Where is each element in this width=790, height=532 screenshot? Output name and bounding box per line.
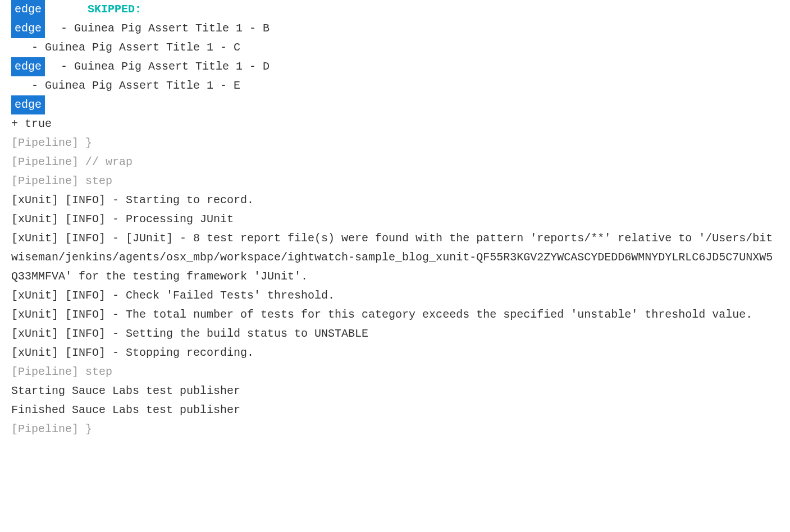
log-line-test-e: - Guinea Pig Assert Title 1 - E (11, 76, 779, 95)
log-text: [xUnit] [INFO] - Stopping recording. (11, 346, 254, 359)
log-line-pipeline-wrap: [Pipeline] // wrap (11, 153, 779, 172)
edge-badge: edge (11, 19, 45, 38)
log-text: [xUnit] [INFO] - Processing JUnit (11, 213, 234, 226)
log-line-skipped-header: edge SKIPPED: (11, 0, 779, 19)
log-line-xunit-reports: [xUnit] [INFO] - [JUnit] - 8 test report… (11, 229, 779, 286)
log-line-xunit-stop: [xUnit] [INFO] - Stopping recording. (11, 343, 779, 363)
log-line-xunit-threshold: [xUnit] [INFO] - Check 'Failed Tests' th… (11, 286, 779, 305)
log-line-pipeline-step-1: [Pipeline] step (11, 172, 779, 191)
log-line-test-d: edge - Guinea Pig Assert Title 1 - D (11, 57, 779, 76)
log-text: Finished Sauce Labs test publisher (11, 403, 240, 416)
log-line-test-c: - Guinea Pig Assert Title 1 - C (11, 38, 779, 57)
log-text: + true (11, 117, 52, 130)
log-text: [xUnit] [INFO] - Setting the build statu… (11, 327, 368, 340)
skipped-label: SKIPPED: (47, 3, 141, 16)
log-line-xunit-processing: [xUnit] [INFO] - Processing JUnit (11, 210, 779, 229)
log-text: [xUnit] [INFO] - The total number of tes… (11, 308, 752, 321)
log-text: - Guinea Pig Assert Title 1 - E (11, 79, 240, 92)
log-text: - Guinea Pig Assert Title 1 - B (47, 22, 270, 35)
log-line-edge-only: edge (11, 95, 779, 114)
edge-badge: edge (11, 95, 45, 114)
log-text: - Guinea Pig Assert Title 1 - D (47, 60, 270, 73)
log-line-sauce-finish: Finished Sauce Labs test publisher (11, 401, 779, 420)
log-text: [Pipeline] } (11, 423, 92, 435)
edge-badge: edge (11, 57, 45, 76)
log-line-pipeline-close: [Pipeline] } (11, 134, 779, 153)
log-line-pipeline-step-2: [Pipeline] step (11, 363, 779, 382)
log-text: [Pipeline] } (11, 136, 92, 149)
log-text: [Pipeline] step (11, 175, 112, 187)
log-text: Starting Sauce Labs test publisher (11, 384, 240, 397)
log-line-xunit-unstable: [xUnit] [INFO] - Setting the build statu… (11, 324, 779, 343)
log-text: [xUnit] [INFO] - [JUnit] - 8 test report… (11, 232, 773, 283)
log-line-pipeline-close-2: [Pipeline] } (11, 420, 779, 439)
log-text: [xUnit] [INFO] - Starting to record. (11, 194, 254, 207)
log-text: [xUnit] [INFO] - Check 'Failed Tests' th… (11, 289, 335, 302)
log-line-test-b: edge - Guinea Pig Assert Title 1 - B (11, 19, 779, 38)
log-line-xunit-start: [xUnit] [INFO] - Starting to record. (11, 191, 779, 210)
edge-badge: edge (11, 0, 45, 19)
log-line-true: + true (11, 114, 779, 134)
log-text: [Pipeline] step (11, 365, 112, 378)
log-text: - Guinea Pig Assert Title 1 - C (11, 41, 240, 54)
log-text: [Pipeline] // wrap (11, 155, 133, 168)
log-line-sauce-start: Starting Sauce Labs test publisher (11, 382, 779, 401)
log-line-xunit-exceeds: [xUnit] [INFO] - The total number of tes… (11, 305, 779, 324)
